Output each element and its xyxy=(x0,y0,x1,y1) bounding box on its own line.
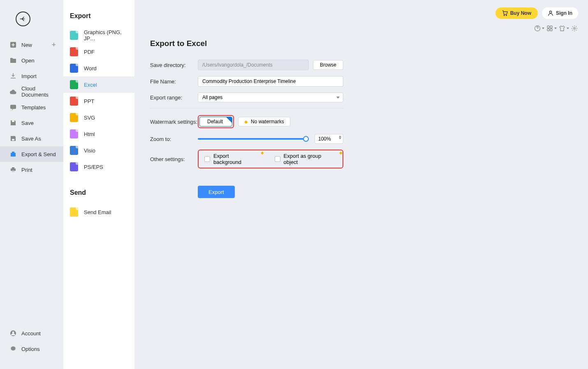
printer-icon xyxy=(10,166,16,173)
settings-icon[interactable] xyxy=(571,25,578,32)
nav-account[interactable]: Account xyxy=(0,325,63,341)
nav-save[interactable]: Save xyxy=(0,115,63,131)
zoom-down[interactable] xyxy=(339,138,341,139)
cart-icon xyxy=(502,10,508,16)
file-name-input[interactable] xyxy=(198,76,343,87)
send-email[interactable]: Send Email xyxy=(63,204,134,220)
email-icon xyxy=(70,208,78,217)
export-pseps[interactable]: PS/EPS xyxy=(63,159,134,175)
nav-label: Save As xyxy=(21,136,41,142)
browse-button[interactable]: Browse xyxy=(313,60,343,70)
nav-templates[interactable]: Templates xyxy=(0,99,63,115)
plus-icon[interactable]: + xyxy=(51,41,56,49)
export-label: Excel xyxy=(84,82,97,88)
nav-print[interactable]: Print xyxy=(0,162,63,178)
export-label: Graphics (PNG, JP… xyxy=(84,29,134,42)
checkbox-icon xyxy=(204,156,210,162)
user-icon xyxy=(548,10,553,16)
export-excel[interactable]: Excel xyxy=(63,76,134,93)
zoom-slider[interactable] xyxy=(198,138,309,140)
svg-point-20 xyxy=(574,28,575,29)
file-name-label: File Name: xyxy=(150,78,198,85)
export-pdf[interactable]: PDF xyxy=(63,44,134,60)
export-graphics[interactable]: Graphics (PNG, JP… xyxy=(63,27,134,44)
buy-now-button[interactable]: Buy Now xyxy=(495,7,538,19)
zoom-up[interactable] xyxy=(339,136,341,137)
pseps-icon xyxy=(70,162,78,171)
download-icon xyxy=(10,73,16,79)
svg-rect-7 xyxy=(12,167,14,168)
nav-label: New xyxy=(21,42,32,48)
ppt-icon xyxy=(70,97,78,106)
svg-rect-17 xyxy=(550,26,552,28)
cloud-icon xyxy=(10,88,16,95)
page-title: Export to Excel xyxy=(150,39,588,48)
svg-rect-1 xyxy=(10,105,16,109)
word-icon xyxy=(70,64,78,73)
nav-label: Import xyxy=(21,73,37,79)
other-settings-highlight: Export background ◆ Export as group obje… xyxy=(198,150,343,168)
send-section-title: Send xyxy=(63,189,134,196)
watermark-default-button[interactable]: Default xyxy=(199,117,232,127)
watermark-none-button[interactable]: ◆ No watermarks xyxy=(238,117,290,127)
nav-new[interactable]: New + xyxy=(0,37,63,53)
diamond-icon: ◆ xyxy=(244,119,248,125)
svg-rect-3 xyxy=(12,139,14,141)
svg-rect-18 xyxy=(547,29,549,31)
folder-icon xyxy=(10,57,16,64)
export-svg[interactable]: SVG xyxy=(63,109,134,126)
send-label: Send Email xyxy=(84,209,111,215)
keyboard-icon[interactable] xyxy=(546,25,553,32)
save-directory-label: Save directory: xyxy=(150,62,198,68)
visio-icon xyxy=(70,146,78,155)
help-icon[interactable] xyxy=(534,25,541,32)
nav-label: Templates xyxy=(21,104,46,111)
back-button[interactable] xyxy=(16,12,30,26)
nav-import[interactable]: Import xyxy=(0,68,63,84)
export-range-select[interactable]: All pages xyxy=(198,92,343,102)
excel-icon xyxy=(70,80,78,89)
chat-icon xyxy=(10,104,16,111)
nav-cloud-documents[interactable]: Cloud Documents xyxy=(0,84,63,99)
export-group-checkbox[interactable]: Export as group object ◆ xyxy=(275,153,337,165)
nav-label: Export & Send xyxy=(21,151,56,157)
export-ppt[interactable]: PPT xyxy=(63,93,134,109)
svg-rect-16 xyxy=(547,26,549,28)
export-visio[interactable]: Visio xyxy=(63,142,134,159)
nav-label: Options xyxy=(21,346,40,352)
export-label: PS/EPS xyxy=(84,164,103,170)
watermark-label: Watermark settings: xyxy=(150,119,198,125)
nav-save-as[interactable]: Save As xyxy=(0,131,63,146)
save-icon xyxy=(10,120,16,126)
pdf-icon xyxy=(70,47,78,56)
export-background-checkbox[interactable]: Export background ◆ xyxy=(204,153,258,165)
shirt-icon[interactable] xyxy=(558,25,566,32)
export-range-label: Export range: xyxy=(150,95,198,101)
export-label: Word xyxy=(84,65,97,71)
save-as-icon xyxy=(10,135,16,142)
export-html[interactable]: Html xyxy=(63,126,134,142)
diamond-icon: ◆ xyxy=(339,150,343,155)
export-label: Visio xyxy=(84,148,95,154)
export-word[interactable]: Word xyxy=(63,60,134,76)
zoom-value-input[interactable]: 100% xyxy=(315,134,343,144)
export-label: SVG xyxy=(84,115,95,121)
svg-rect-19 xyxy=(550,29,552,31)
nav-label: Open xyxy=(21,58,35,64)
save-directory-input xyxy=(198,60,309,70)
export-label: PDF xyxy=(84,49,95,55)
export-label: PPT xyxy=(84,98,94,104)
graphics-icon xyxy=(70,31,78,40)
nav-open[interactable]: Open xyxy=(0,53,63,68)
nav-export-send[interactable]: Export & Send xyxy=(0,146,63,162)
gear-icon xyxy=(10,346,16,352)
nav-options[interactable]: Options xyxy=(0,341,63,357)
divider xyxy=(150,108,343,108)
sign-in-button[interactable]: Sign In xyxy=(542,7,578,19)
nav-label: Print xyxy=(21,167,32,173)
slider-thumb[interactable] xyxy=(303,136,309,142)
export-button[interactable]: Export xyxy=(198,186,235,198)
checkbox-icon xyxy=(275,156,280,162)
nav-label: Save xyxy=(21,120,34,126)
svg-point-12 xyxy=(504,15,505,16)
